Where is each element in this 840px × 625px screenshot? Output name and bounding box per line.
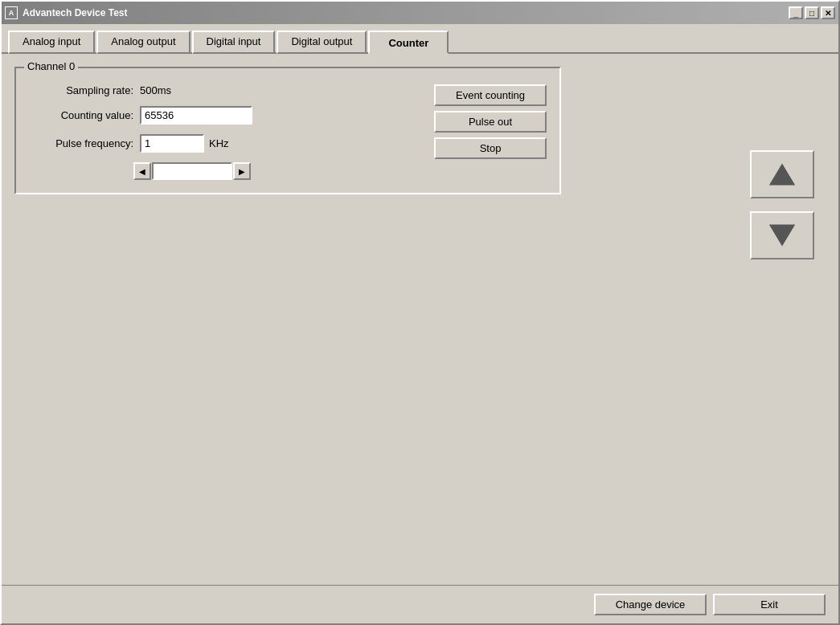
- tab-analog-input[interactable]: Analog input: [8, 31, 95, 54]
- window-title: Advantech Device Test: [23, 7, 128, 18]
- close-button[interactable]: ✕: [821, 6, 835, 19]
- slider-left-arrow[interactable]: ◀: [133, 162, 151, 180]
- tab-bar: Analog input Analog output Digital input…: [2, 24, 838, 54]
- channel-group-label: Channel 0: [24, 60, 78, 72]
- tab-digital-output[interactable]: Digital output: [277, 31, 367, 54]
- up-arrow-icon: [768, 160, 797, 189]
- sampling-rate-row: Sampling rate: 500ms: [29, 84, 415, 96]
- main-content: Channel 0 Sampling rate: 500ms Counting …: [2, 54, 838, 585]
- title-bar: A Advantech Device Test _ □ ✕: [2, 2, 838, 24]
- svg-marker-0: [769, 164, 795, 186]
- slider-track[interactable]: [152, 162, 232, 180]
- tab-analog-output[interactable]: Analog output: [96, 31, 190, 54]
- pulse-frequency-input[interactable]: [140, 134, 204, 153]
- slider-row: ◀ ▶: [133, 162, 415, 180]
- counting-value-row: Counting value:: [29, 106, 415, 125]
- action-button-group: Event counting Pulse out Stop: [434, 84, 547, 159]
- minimize-button[interactable]: _: [789, 6, 803, 19]
- pulse-out-button[interactable]: Pulse out: [434, 111, 547, 133]
- exit-button[interactable]: Exit: [713, 594, 826, 615]
- change-device-button[interactable]: Change device: [594, 594, 707, 615]
- slider-right-arrow[interactable]: ▶: [233, 162, 251, 180]
- nav-buttons: [750, 150, 814, 259]
- tab-counter[interactable]: Counter: [368, 31, 449, 54]
- sampling-rate-label: Sampling rate:: [29, 84, 133, 96]
- main-window: A Advantech Device Test _ □ ✕ Analog inp…: [0, 0, 840, 625]
- channel-group: Channel 0 Sampling rate: 500ms Counting …: [14, 67, 561, 194]
- bottom-bar: Change device Exit: [2, 585, 838, 623]
- svg-marker-1: [769, 225, 795, 247]
- down-arrow-icon: [768, 221, 797, 250]
- fields-section: Sampling rate: 500ms Counting value: Pul…: [29, 84, 415, 180]
- stop-button[interactable]: Stop: [434, 137, 547, 159]
- event-counting-button[interactable]: Event counting: [434, 84, 547, 106]
- maximize-button[interactable]: □: [805, 6, 819, 19]
- nav-up-button[interactable]: [750, 150, 814, 198]
- sampling-rate-value: 500ms: [140, 84, 171, 96]
- pulse-frequency-label: Pulse frequency:: [29, 137, 133, 149]
- title-bar-left: A Advantech Device Test: [5, 6, 128, 19]
- counting-value-label: Counting value:: [29, 109, 133, 121]
- window-controls: _ □ ✕: [789, 6, 835, 19]
- pulse-frequency-unit: KHz: [209, 137, 229, 149]
- nav-down-button[interactable]: [750, 211, 814, 259]
- app-icon: A: [5, 6, 18, 19]
- fields-and-buttons: Sampling rate: 500ms Counting value: Pul…: [29, 84, 547, 180]
- counting-value-input[interactable]: [140, 106, 252, 125]
- tab-digital-input[interactable]: Digital input: [192, 31, 276, 54]
- pulse-frequency-row: Pulse frequency: KHz: [29, 134, 415, 153]
